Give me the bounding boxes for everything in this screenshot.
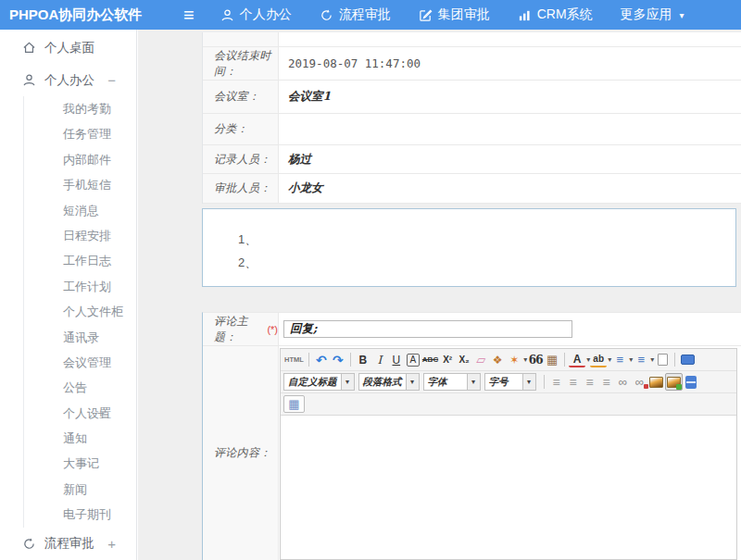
edit-icon [419, 8, 433, 22]
link-icon[interactable]: ∞ [615, 373, 632, 391]
table-row-approver: 审批人员： 小龙女 [203, 174, 741, 204]
sidebar-subitem-tasks[interactable]: 任务管理 [24, 121, 136, 146]
underline-button[interactable]: U [388, 351, 405, 368]
user-icon [220, 8, 234, 22]
sidebar-subitem-personal-settings[interactable]: 个人设置+ [24, 401, 136, 426]
sidebar-subitem-short-message[interactable]: 短消息 [24, 198, 136, 223]
font-size-select[interactable]: 字号▾ [484, 373, 536, 391]
field-label: 记录人员： [214, 152, 271, 168]
undo-icon[interactable]: ↶ [313, 351, 330, 368]
bold-button[interactable]: B [355, 351, 371, 368]
sidebar-item-desktop[interactable]: 个人桌面 [0, 31, 136, 64]
chevron-down-icon: ▾ [522, 374, 535, 390]
strikethrough-button[interactable]: ABC [421, 351, 439, 368]
font-color-button[interactable]: A [569, 353, 585, 367]
comment-subject-input[interactable] [283, 320, 572, 338]
label-cell: 会议结束时间： [203, 47, 279, 80]
value-cell: 2019-08-07 11:47:00 [279, 47, 741, 80]
sidebar-subitem-news[interactable]: 新闻 [24, 477, 136, 502]
sidebar-item-personal-office[interactable]: 个人办公 − [0, 64, 136, 96]
sidebar-subitem-work-plan[interactable]: 工作计划 [24, 274, 136, 299]
sidebar-subitem-schedule[interactable]: 日程安排 [24, 223, 136, 248]
top-nav: 个人办公 流程审批 集团审批 CRM系统 更多应用 ▾ [220, 6, 684, 23]
autoformat-icon[interactable]: ✶ [506, 351, 522, 368]
sidebar-subitem-work-log[interactable]: 工作日志 [24, 248, 136, 273]
nav-crm-system[interactable]: CRM系统 [518, 6, 593, 23]
sidebar-item-workflow-approval[interactable]: 流程审批 + [0, 528, 136, 560]
menu-toggle-icon[interactable]: ≡ [183, 0, 195, 30]
table-row-partial [203, 32, 741, 47]
meeting-notes-box: 1、 2、 [202, 208, 736, 287]
toolbar-separator [308, 353, 309, 367]
font-family-select[interactable]: 字体▾ [423, 373, 481, 391]
sidebar-subitem-contacts[interactable]: 通讯录 [24, 325, 136, 350]
custom-heading-select[interactable]: 自定义标题▾ [283, 373, 355, 391]
sidebar-subitem-events[interactable]: 大事记 [24, 451, 136, 476]
subitem-label: 通讯录 [63, 330, 99, 344]
align-left-button[interactable]: ≡ [548, 373, 565, 391]
subitem-label: 通知 [63, 431, 87, 445]
sidebar-subitem-meetings[interactable]: 会议管理 [24, 350, 136, 375]
align-right-button[interactable]: ≡ [582, 373, 598, 391]
nav-label: CRM系统 [537, 6, 593, 23]
nav-more-apps[interactable]: 更多应用 ▾ [621, 6, 684, 23]
expand-icon[interactable]: + [97, 401, 105, 426]
value-cell: 会议室1 [279, 81, 741, 113]
required-mark: (*) [267, 324, 278, 335]
media-icon [685, 376, 697, 389]
html-source-button[interactable]: HTML [283, 351, 305, 368]
unordered-list-button[interactable]: ≡ [633, 351, 649, 368]
sidebar-subitem-announcements[interactable]: 公告 [24, 375, 136, 400]
sidebar-item-label: 个人桌面 [44, 40, 94, 56]
nav-personal-office[interactable]: 个人办公 [220, 6, 292, 23]
subitem-label: 日程安排 [63, 229, 111, 243]
meeting-detail-table: 会议结束时间： 2019-08-07 11:47:00 会议室： 会议室1 分类… [202, 32, 741, 204]
fullscreen-icon[interactable] [679, 351, 696, 368]
toolbar-separator [350, 353, 351, 367]
nav-group-approval[interactable]: 集团审批 [419, 6, 490, 23]
superscript-button[interactable]: X² [439, 351, 456, 368]
ordered-list-button[interactable]: ≡ [611, 351, 628, 368]
value-cell: 小龙女 [279, 174, 741, 203]
insert-image-button[interactable] [648, 373, 665, 391]
image-icon [667, 377, 681, 388]
align-center-button[interactable]: ≡ [565, 373, 582, 391]
font-style-button[interactable]: A [407, 354, 420, 367]
sidebar-subitem-notifications[interactable]: 通知 [24, 426, 136, 451]
subscript-button[interactable]: X₂ [456, 351, 472, 368]
eraser-icon[interactable]: ▱ [472, 351, 489, 368]
toolbar-separator [564, 353, 565, 367]
table-row-meeting-room: 会议室： 会议室1 [203, 81, 741, 114]
subitem-label: 我的考勤 [63, 102, 111, 116]
comment-content-textarea[interactable] [281, 416, 736, 559]
upload-image-button[interactable] [665, 373, 683, 391]
sidebar-subitem-file-cabinet[interactable]: 个人文件柜 [24, 299, 136, 324]
justify-button[interactable]: ≡ [598, 373, 615, 391]
sidebar-subitem-internal-mail[interactable]: 内部邮件 [24, 147, 136, 172]
expand-icon[interactable]: + [107, 536, 116, 552]
unlink-icon[interactable]: ∞ [632, 373, 648, 391]
select-value: 自定义标题 [284, 376, 341, 389]
subitem-label: 内部邮件 [63, 153, 111, 167]
select-value: 段落格式 [359, 376, 406, 389]
collapse-icon[interactable]: − [107, 72, 116, 88]
subitem-label: 任务管理 [63, 127, 111, 141]
paragraph-format-select[interactable]: 段落格式▾ [358, 373, 420, 391]
new-page-icon[interactable] [654, 351, 671, 368]
sidebar-subitem-attendance[interactable]: 我的考勤 [24, 96, 136, 121]
format-brush-icon[interactable]: ❖ [489, 351, 506, 368]
editor-toolbar-row3: ▦ [281, 393, 736, 416]
sidebar-subitem-e-journal[interactable]: 电子期刊 [24, 502, 136, 527]
chevron-down-icon: ▾ [680, 10, 684, 20]
subitem-label: 短消息 [63, 204, 99, 218]
insert-table-button[interactable]: ▦ [283, 395, 305, 413]
highlight-color-button[interactable]: ab [590, 353, 607, 367]
redo-icon[interactable]: ↷ [330, 351, 346, 368]
nav-workflow-approval[interactable]: 流程审批 [320, 6, 391, 23]
blockquote-button[interactable]: 66 [527, 351, 544, 368]
sidebar-subitem-sms[interactable]: 手机短信 [24, 172, 136, 197]
italic-button[interactable]: I [371, 351, 388, 368]
label-cell: 分类： [203, 114, 279, 144]
insert-media-button[interactable] [683, 373, 699, 391]
date-insert-icon[interactable]: ▦ [544, 351, 560, 368]
